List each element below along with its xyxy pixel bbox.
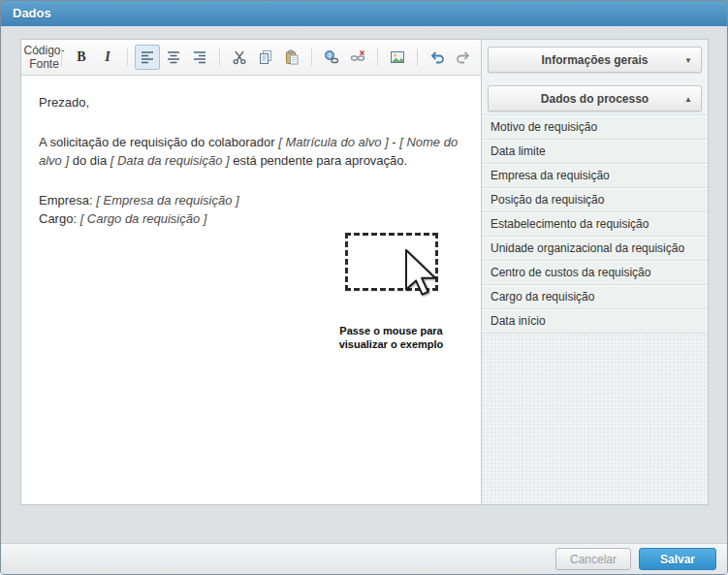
field-list: Motivo de requisição Data limite Empresa…	[482, 114, 708, 334]
source-code-button[interactable]: Código-Fonte	[29, 45, 54, 70]
editor-content[interactable]: Prezado, A solicitação de requisição do …	[21, 76, 481, 504]
hover-example[interactable]: Passe o mouse para visualizar o exemplo	[316, 233, 466, 352]
link-button[interactable]	[319, 45, 344, 70]
accordion-dados-processo[interactable]: Dados do processo ▲	[488, 85, 702, 112]
greeting-text: Prezado,	[39, 93, 463, 112]
placeholder-empresa: [ Empresa da requisição ]	[96, 193, 238, 208]
editor-toolbar: Código-Fonte B I	[21, 40, 481, 76]
cargo-line: Cargo: [ Cargo da requisição ]	[39, 209, 463, 229]
align-left-button[interactable]	[135, 45, 160, 70]
accordion-label: Informações gerais	[541, 53, 648, 67]
toolbar-separator	[219, 48, 220, 66]
dialog-body: Código-Fonte B I	[1, 26, 727, 543]
align-center-button[interactable]	[161, 45, 186, 70]
field-item-cargo[interactable]: Cargo da requisição	[482, 285, 708, 309]
dados-dialog: Dados Código-Fonte B	[0, 0, 728, 575]
unlink-button[interactable]	[345, 45, 370, 70]
toolbar-separator	[61, 48, 62, 66]
bold-icon: B	[77, 49, 85, 65]
unlink-icon	[350, 49, 365, 65]
field-item-estabelecimento[interactable]: Estabelecimento da requisição	[482, 212, 708, 237]
field-item-data-inicio[interactable]: Data início	[482, 309, 708, 334]
toolbar-separator	[377, 48, 378, 66]
field-item-unidade-organizacional[interactable]: Unidade organizacional da requisição	[482, 237, 708, 261]
dialog-title: Dados	[13, 6, 51, 20]
chevron-up-icon: ▲	[684, 94, 692, 103]
field-item-centro-custos[interactable]: Centro de custos da requisição	[482, 261, 708, 285]
field-item-posicao[interactable]: Posição da requisição	[482, 188, 708, 212]
placeholder-cargo: [ Cargo da requisição ]	[80, 211, 207, 226]
toolbar-separator	[311, 48, 312, 66]
field-item-motivo[interactable]: Motivo de requisição	[482, 115, 708, 140]
dialog-titlebar: Dados	[1, 1, 727, 26]
accordion-label: Dados do processo	[541, 92, 649, 106]
redo-button[interactable]	[451, 45, 476, 70]
align-right-icon	[192, 49, 207, 65]
source-code-label: Código-Fonte	[23, 44, 64, 71]
toolbar-separator	[127, 48, 128, 66]
editor-panel: Código-Fonte B I	[20, 39, 709, 505]
save-button[interactable]: Salvar	[639, 548, 716, 570]
toolbar-separator	[417, 48, 418, 66]
cut-icon	[232, 49, 247, 65]
redo-icon	[456, 49, 471, 65]
image-button[interactable]	[385, 45, 410, 70]
dialog-footer: Cancelar Salvar	[1, 543, 727, 574]
accordion-informacoes-gerais[interactable]: Informações gerais ▼	[488, 47, 702, 73]
body-paragraph: A solicitação de requisição do colaborad…	[39, 133, 463, 171]
cancel-button[interactable]: Cancelar	[555, 548, 631, 570]
italic-button[interactable]: I	[95, 45, 120, 70]
undo-button[interactable]	[425, 45, 450, 70]
fields-sidebar: Informações gerais ▼ Dados do processo ▲…	[481, 40, 708, 504]
image-icon	[390, 49, 405, 65]
cut-button[interactable]	[227, 45, 252, 70]
italic-icon: I	[105, 49, 110, 65]
mouse-cursor-icon	[405, 248, 438, 297]
align-center-icon	[166, 49, 181, 65]
field-item-empresa[interactable]: Empresa da requisição	[482, 164, 708, 188]
placeholder-matricula: [ Matrícula do alvo ]	[278, 135, 388, 149]
copy-icon	[258, 49, 273, 65]
rich-text-editor: Código-Fonte B I	[21, 40, 481, 504]
paste-button[interactable]	[279, 45, 304, 70]
chevron-down-icon: ▼	[684, 55, 692, 64]
field-item-data-limite[interactable]: Data limite	[482, 140, 708, 164]
placeholder-data: [ Data da requisição ]	[111, 153, 230, 168]
copy-button[interactable]	[253, 45, 278, 70]
align-left-icon	[140, 49, 155, 65]
align-right-button[interactable]	[187, 45, 212, 70]
sidebar-empty-area	[482, 334, 708, 504]
empresa-line: Empresa: [ Empresa da requisição ]	[39, 191, 463, 210]
bold-button[interactable]: B	[69, 45, 94, 70]
undo-icon	[429, 49, 445, 65]
hover-hint-text: Passe o mouse para visualizar o exemplo	[316, 324, 466, 352]
paste-icon	[284, 49, 300, 65]
link-icon	[324, 49, 339, 65]
